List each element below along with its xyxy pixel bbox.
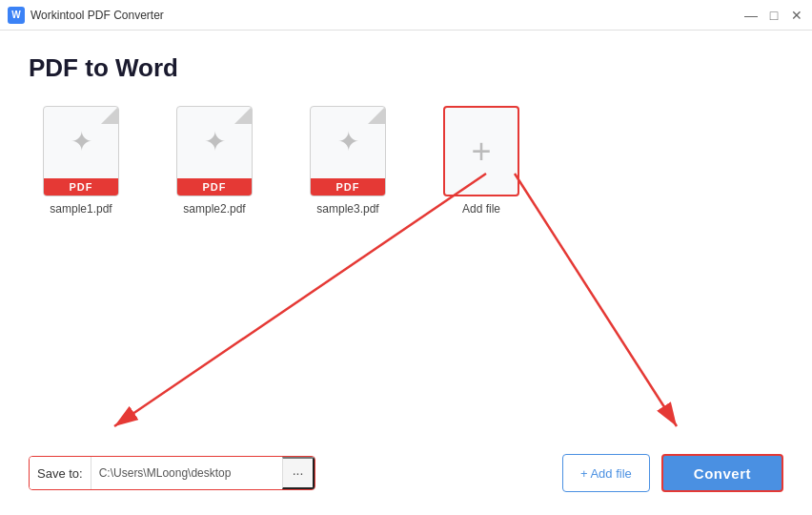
pdf-symbol-2: ✦ <box>204 126 226 157</box>
maximize-button[interactable]: □ <box>766 8 782 23</box>
add-file-button[interactable]: + Add file <box>562 454 650 492</box>
add-file-card-label: Add file <box>462 202 500 216</box>
save-to-dots-button[interactable]: ··· <box>282 457 315 489</box>
file-name-1: sample1.pdf <box>50 202 112 216</box>
right-buttons: + Add file Convert <box>562 454 783 492</box>
pdf-badge-3: PDF <box>311 178 385 196</box>
app-icon: W <box>8 7 25 24</box>
save-to-group: Save to: C:\Users\MLoong\desktop ··· <box>29 456 315 490</box>
app-title: Workintool PDF Converter <box>30 9 164 22</box>
files-area: ✦ PDF sample1.pdf ✦ PDF sample2.pdf ✦ PD… <box>29 106 783 420</box>
pdf-badge-2: PDF <box>177 178 252 196</box>
title-bar: W Workintool PDF Converter — □ ✕ <box>0 0 812 31</box>
title-bar-left: W Workintool PDF Converter <box>8 7 164 24</box>
page-title: PDF to Word <box>29 53 783 83</box>
add-file-icon[interactable]: + <box>443 106 519 196</box>
save-to-label: Save to: <box>30 457 91 489</box>
bottom-bar: Save to: C:\Users\MLoong\desktop ··· + A… <box>29 439 783 496</box>
pdf-symbol-1: ✦ <box>71 126 92 157</box>
file-icon-3[interactable]: ✦ PDF <box>310 106 386 196</box>
pdf-badge-1: PDF <box>44 178 118 196</box>
pdf-symbol-3: ✦ <box>337 126 359 157</box>
file-card-2: ✦ PDF sample2.pdf <box>162 106 267 216</box>
save-to-path: C:\Users\MLoong\desktop <box>91 457 282 489</box>
file-name-2: sample2.pdf <box>183 202 245 216</box>
title-bar-controls: — □ ✕ <box>743 8 804 23</box>
file-card-3: ✦ PDF sample3.pdf <box>295 106 400 216</box>
file-name-3: sample3.pdf <box>316 202 378 216</box>
file-icon-2[interactable]: ✦ PDF <box>176 106 253 196</box>
main-window: PDF to Word ✦ PDF sample1.pdf ✦ PDF samp… <box>0 31 812 515</box>
minimize-button[interactable]: — <box>743 8 759 23</box>
file-icon-1[interactable]: ✦ PDF <box>43 106 119 196</box>
file-card-1: ✦ PDF sample1.pdf <box>29 106 133 216</box>
convert-button[interactable]: Convert <box>661 454 783 492</box>
plus-icon: + <box>471 134 491 169</box>
close-button[interactable]: ✕ <box>789 8 804 23</box>
add-file-card[interactable]: + Add file <box>429 106 534 216</box>
